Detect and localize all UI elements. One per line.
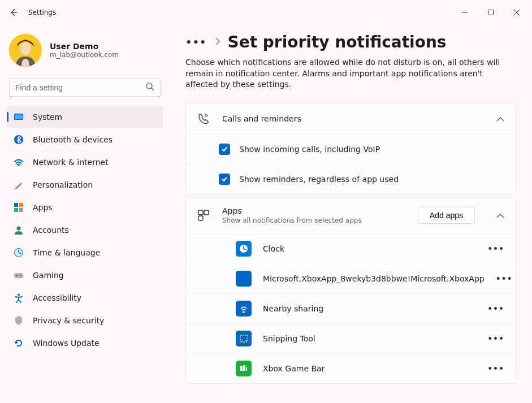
svg-point-7 (18, 165, 19, 166)
system-icon (14, 112, 24, 122)
svg-rect-10 (14, 208, 18, 212)
search-box[interactable] (9, 78, 161, 97)
main: ••• Set priority notifications Choose wh… (170, 25, 532, 403)
more-options-icon[interactable]: ••• (496, 274, 513, 283)
checkbox-checked-icon[interactable] (219, 174, 230, 185)
phone-icon (197, 112, 210, 125)
accessibility-icon (14, 293, 24, 303)
sidebar-item-label: Gaming (33, 271, 64, 280)
close-button[interactable] (504, 3, 530, 21)
show-reminders-setting[interactable]: Show reminders, regardless of app used (186, 164, 516, 194)
chevron-up-icon (496, 114, 504, 123)
svg-rect-14 (14, 273, 23, 278)
app-label: Clock (263, 244, 476, 253)
more-options-icon[interactable]: ••• (487, 364, 504, 373)
app-label: Microsoft.XboxApp_8wekyb3d8bbwe!Microsof… (263, 274, 485, 283)
add-apps-button[interactable]: Add apps (418, 207, 475, 224)
calls-section-header[interactable]: Calls and reminders (186, 103, 516, 134)
app-row-xbox-game-bar[interactable]: Xbox Game Bar ••• (186, 353, 516, 383)
sidebar-item-label: Accounts (33, 226, 69, 235)
svg-point-17 (18, 294, 20, 296)
svg-point-24 (245, 340, 247, 341)
apps-section-header[interactable]: Apps Show all notifications from selecte… (186, 197, 516, 233)
profile-email: m_lab@outlook.com (50, 51, 119, 59)
chevron-right-icon (215, 37, 220, 47)
setting-label: Show reminders, regardless of app used (239, 175, 399, 184)
sidebar-item-gaming[interactable]: Gaming (7, 265, 163, 286)
sidebar-item-bluetooth[interactable]: Bluetooth & devices (7, 129, 163, 150)
svg-rect-20 (198, 216, 203, 220)
sidebar-item-label: Personalization (33, 180, 93, 189)
app-row-snipping-tool[interactable]: Snipping Tool ••• (186, 323, 516, 353)
back-button[interactable] (2, 0, 25, 25)
search-input[interactable] (15, 83, 146, 92)
update-icon (14, 338, 24, 348)
sidebar-item-label: Privacy & security (33, 316, 104, 325)
sidebar-item-apps[interactable]: Apps (7, 197, 163, 218)
more-options-icon[interactable]: ••• (487, 244, 504, 253)
privacy-icon (14, 315, 24, 326)
sidebar: User Demo m_lab@outlook.com System Bluet… (0, 25, 170, 403)
titlebar: Settings (0, 0, 532, 25)
sidebar-item-label: Network & internet (33, 158, 109, 167)
show-incoming-calls-setting[interactable]: Show incoming calls, including VoIP (186, 134, 516, 164)
svg-rect-27 (246, 367, 247, 371)
apps-section-subtitle: Show all notifications from selected app… (222, 216, 405, 224)
maximize-button[interactable] (478, 3, 504, 21)
profile-name: User Demo (50, 42, 119, 51)
more-options-icon[interactable]: ••• (487, 334, 504, 343)
apps-section: Apps Show all notifications from selecte… (185, 197, 516, 384)
breadcrumb-overflow[interactable]: ••• (185, 36, 207, 48)
apps-section-title: Apps (222, 206, 405, 215)
wifi-icon (14, 157, 24, 167)
svg-point-2 (20, 42, 31, 55)
svg-point-16 (20, 275, 21, 276)
search-icon (146, 83, 154, 93)
sidebar-item-accessibility[interactable]: Accessibility (7, 287, 163, 309)
app-label: Xbox Game Bar (263, 364, 476, 373)
sidebar-item-system[interactable]: System (7, 106, 163, 128)
sidebar-item-label: Accessibility (33, 293, 81, 302)
chevron-up-icon (496, 211, 504, 220)
snipping-tool-icon (236, 331, 252, 346)
profile[interactable]: User Demo m_lab@outlook.com (6, 31, 164, 76)
svg-rect-19 (204, 210, 209, 215)
svg-rect-9 (19, 203, 23, 207)
sidebar-item-label: Windows Update (33, 339, 100, 348)
sidebar-item-privacy[interactable]: Privacy & security (7, 310, 163, 331)
more-options-icon[interactable]: ••• (487, 304, 504, 313)
accounts-icon (14, 225, 24, 235)
svg-point-3 (146, 83, 152, 89)
xboxapp-icon (236, 271, 252, 287)
svg-rect-25 (240, 366, 243, 371)
svg-point-12 (17, 227, 21, 231)
clock-app-icon (236, 241, 252, 257)
calls-section-title: Calls and reminders (222, 114, 484, 123)
sidebar-item-time[interactable]: Time & language (7, 242, 163, 263)
personalization-icon (14, 180, 24, 190)
app-label: Snipping Tool (263, 334, 476, 343)
nearby-sharing-icon (236, 301, 252, 317)
sidebar-item-network[interactable]: Network & internet (7, 151, 163, 173)
app-row-clock[interactable]: Clock ••• (186, 233, 516, 263)
setting-label: Show incoming calls, including VoIP (239, 145, 380, 154)
app-row-xboxapp[interactable]: Microsoft.XboxApp_8wekyb3d8bbwe!Microsof… (186, 263, 516, 293)
svg-rect-0 (488, 10, 494, 15)
page-title: Set priority notifications (228, 33, 447, 51)
sidebar-item-accounts[interactable]: Accounts (7, 219, 163, 241)
time-icon (14, 248, 24, 258)
minimize-button[interactable] (452, 3, 478, 21)
checkbox-checked-icon[interactable] (219, 144, 230, 155)
sidebar-item-personalization[interactable]: Personalization (7, 174, 163, 196)
app-row-nearby-sharing[interactable]: Nearby sharing ••• (186, 293, 516, 323)
xbox-game-bar-icon (236, 361, 252, 376)
svg-point-15 (16, 275, 18, 276)
sidebar-item-label: Bluetooth & devices (33, 135, 113, 144)
svg-point-23 (241, 340, 243, 341)
breadcrumb: ••• Set priority notifications (185, 33, 516, 51)
calls-and-reminders-section: Calls and reminders Show incoming calls,… (185, 103, 516, 194)
apps-grid-icon (197, 209, 210, 222)
avatar (9, 34, 42, 67)
sidebar-item-update[interactable]: Windows Update (7, 332, 163, 354)
nav: System Bluetooth & devices Network & int… (6, 106, 164, 354)
